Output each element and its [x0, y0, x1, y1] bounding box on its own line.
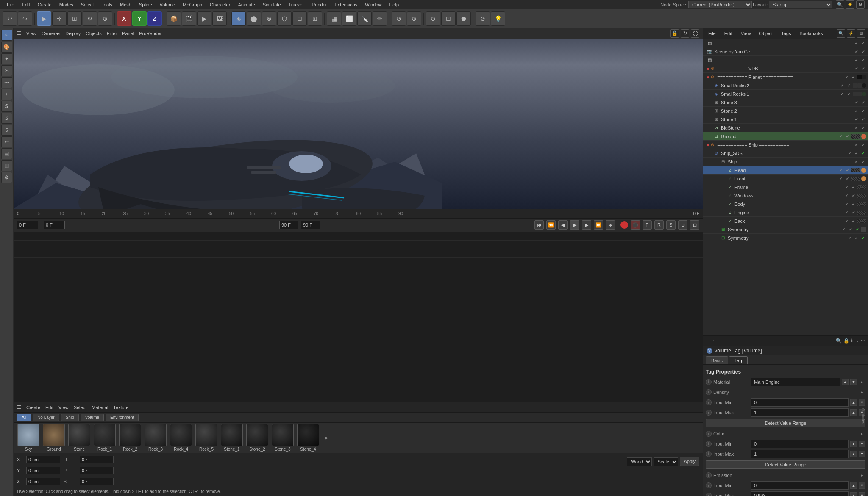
vis-icon-g[interactable]: ✔ — [838, 133, 844, 139]
vp-panel[interactable]: Panel — [122, 31, 134, 36]
rp-object-btn[interactable]: Object — [757, 30, 775, 37]
material-stone1[interactable]: Stone_1 — [220, 424, 243, 452]
current-frame-input[interactable] — [17, 221, 38, 229]
rotate-tool-btn[interactable]: ↻ — [83, 11, 97, 26]
attr-nav-back[interactable]: ← — [706, 338, 710, 344]
material-arrow1[interactable]: ▲ — [842, 379, 849, 385]
vis-icon-sr1[interactable]: ✔ — [839, 91, 845, 97]
settings-icon[interactable]: ⚙ — [856, 0, 865, 9]
mat-material[interactable]: Material — [92, 405, 108, 410]
emission-inputmax-down[interactable]: ▼ — [859, 492, 865, 496]
inputmax-down[interactable]: ▼ — [859, 409, 865, 416]
menu-create[interactable]: Create — [34, 1, 55, 8]
snap2-btn[interactable]: ⊟ — [292, 11, 307, 26]
key-options-btn[interactable]: ⊟ — [690, 220, 699, 230]
menu-select[interactable]: Select — [78, 1, 97, 8]
color-dropdown-arrow[interactable]: ▸ — [859, 430, 865, 437]
grid2-btn[interactable]: ▦ — [327, 11, 341, 26]
render-icon-sr2[interactable]: ✔ — [846, 83, 852, 89]
menu-volume[interactable]: Volume — [156, 1, 179, 8]
inputmin-down[interactable]: ▼ — [859, 399, 865, 406]
emission-inputmax-up[interactable]: ▲ — [850, 492, 857, 496]
solo-btn[interactable]: ⊘ — [392, 11, 406, 26]
render-icon-bs[interactable]: ✔ — [860, 125, 866, 131]
render-icon-front[interactable]: ✔ — [845, 176, 851, 182]
vis-icon-frame[interactable]: ✔ — [844, 184, 850, 190]
wrench-btn[interactable]: ⚙ — [1, 172, 12, 183]
tree-windows[interactable]: ⊿ Windows ✔ ✔ — [703, 191, 868, 200]
menu-animate[interactable]: Animate — [234, 1, 258, 8]
tree-smallrocks2[interactable]: ◈ SmallRocks 2 ✔ ✔ — [703, 81, 868, 90]
tree-scene[interactable]: 📷 Scene by Yan Ge ✔ ✔ — [703, 47, 868, 56]
density-info-icon[interactable]: i — [706, 389, 712, 395]
tree-vdb[interactable]: ● ⊙ =========== VDB =========== ✔ ✔ — [703, 64, 868, 73]
new-obj-btn[interactable]: 📦 — [167, 11, 181, 26]
vis-icon-body[interactable]: ✔ — [844, 201, 850, 207]
menu-character[interactable]: Character — [206, 1, 234, 8]
material-rock2[interactable]: Rock_2 — [119, 424, 142, 452]
light-btn[interactable]: 💡 — [491, 11, 505, 26]
tree-stone1[interactable]: ⊞ Stone 1 ✔ ✔ — [703, 115, 868, 124]
color-input-min-value[interactable] — [751, 440, 849, 448]
vis-icon-vdb[interactable]: ✔ — [854, 66, 860, 72]
line-btn[interactable]: / — [1, 89, 12, 100]
select-left-btn[interactable]: ↖ — [1, 30, 12, 41]
vis-icon2[interactable]: ✔ — [854, 57, 860, 63]
render-preview-btn[interactable]: 🖼 — [212, 11, 227, 26]
render-icon-vdb[interactable]: ✔ — [860, 66, 866, 72]
attr-tab-tag[interactable]: Tag — [729, 356, 748, 364]
film-btn[interactable]: 🎬 — [182, 11, 196, 26]
tree-symmetry1[interactable]: ⊟ Symmetry ✔ ✔ ✔ — [703, 225, 868, 234]
vis-icon-back[interactable]: ✔ — [844, 218, 850, 224]
color-inputmin-down[interactable]: ▼ — [859, 441, 865, 447]
menu-simulate[interactable]: Simulate — [259, 1, 284, 8]
material-rock5[interactable]: Rock_5 — [195, 424, 218, 452]
input-max-value[interactable]: 1 — [751, 408, 849, 417]
rot-key-btn[interactable]: R — [654, 220, 664, 230]
render-icon-back[interactable]: ✔ — [851, 218, 857, 224]
scale-tool-btn[interactable]: ⊞ — [67, 11, 82, 26]
render-icon-s1[interactable]: ✔ — [860, 116, 866, 122]
emission-info-icon[interactable]: i — [706, 472, 712, 478]
render-icon-sr1[interactable]: ✔ — [846, 91, 852, 97]
tree-ship-sds[interactable]: ⊘ Ship_SDS ✔ ✔ ✔ — [703, 149, 868, 158]
pipe-btn[interactable]: ⊘ — [476, 11, 490, 26]
rp-filter-icon[interactable]: ⚡ — [847, 29, 855, 38]
vis-icon-front[interactable]: ✔ — [838, 176, 844, 182]
emission-inputmin-down[interactable]: ▼ — [859, 482, 865, 489]
color-inputmax-up[interactable]: ▲ — [850, 451, 857, 457]
vis-icon-planet[interactable]: ✔ — [844, 74, 850, 80]
density-dropdown-arrow[interactable]: ▸ — [859, 389, 865, 396]
color-inputmax-down[interactable]: ▼ — [859, 451, 865, 457]
layout-dropdown[interactable]: Startup — [769, 1, 832, 8]
prev-key-btn[interactable]: ⏪ — [546, 220, 556, 230]
vis-icon-windows[interactable]: ✔ — [844, 193, 850, 199]
vp-lock-icon[interactable]: 🔒 — [670, 29, 679, 38]
mat-create[interactable]: Create — [26, 405, 40, 410]
polys-mode-btn[interactable]: ⬣ — [456, 11, 471, 26]
render-icon1[interactable]: ✔ — [860, 40, 866, 46]
filter-environment[interactable]: Environment — [106, 414, 139, 421]
filter-volume[interactable]: Volume — [81, 414, 104, 421]
hook-btn[interactable]: ↩ — [1, 136, 12, 147]
attr-info-icon[interactable]: ℹ — [851, 338, 853, 344]
attr-nav-up[interactable]: ↑ — [712, 338, 715, 344]
z-input[interactable] — [26, 478, 60, 485]
mat-edit[interactable]: Edit — [45, 405, 53, 410]
material-sky[interactable]: Sky — [17, 424, 40, 452]
menu-modes[interactable]: Modes — [56, 1, 77, 8]
move-tool-btn[interactable]: ✛ — [52, 11, 67, 26]
vis-icon-ship[interactable]: ✔ — [854, 159, 860, 165]
perspective-btn[interactable]: ◈ — [231, 11, 246, 26]
brush-btn[interactable]: ✏ — [373, 11, 387, 26]
world-mode-select[interactable]: World — [627, 457, 652, 466]
next-frame-btn[interactable]: ▶ — [582, 220, 591, 230]
tree-front[interactable]: ⊿ Front ✔ ✔ — [703, 175, 868, 183]
vis-icon-ship-sep[interactable]: ✔ — [854, 142, 860, 148]
color-inputmax-info[interactable]: i — [706, 451, 712, 457]
filter-ship[interactable]: Ship — [61, 414, 79, 421]
vis-icon-head[interactable]: ✔ — [838, 167, 844, 173]
record-btn[interactable] — [620, 221, 628, 229]
next-key-btn[interactable]: ⏩ — [594, 220, 603, 230]
render-icon-windows[interactable]: ✔ — [851, 193, 857, 199]
